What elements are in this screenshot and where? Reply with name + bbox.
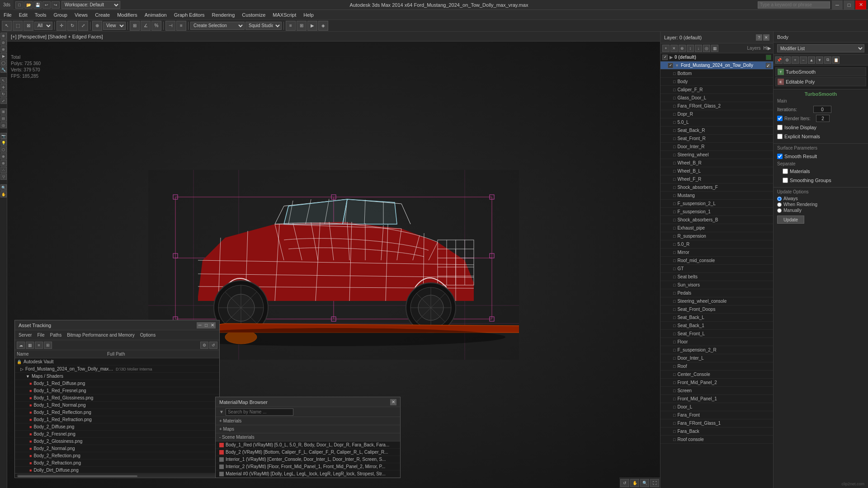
asset-menu-options[interactable]: Options — [138, 332, 157, 338]
paste-mod-icon[interactable]: 📋 — [832, 56, 840, 64]
reference-btn[interactable]: ⊕ — [92, 21, 102, 31]
move-left-btn[interactable]: ✛ — [0, 84, 7, 90]
list-item[interactable]: ■ Body_2_Refraction.png — [15, 460, 219, 467]
layer-help-btn[interactable]: ? — [756, 34, 762, 41]
align-btn[interactable]: ≡ — [176, 21, 186, 31]
orbit-btn[interactable]: ↺ — [620, 479, 629, 487]
list-item[interactable]: □ Front_Mid_Panel_1 — [660, 395, 773, 403]
always-radio[interactable] — [777, 197, 782, 201]
rotate-btn[interactable]: ↻ — [67, 21, 77, 31]
explicit-normals-checkbox[interactable] — [777, 134, 783, 139]
asset-scrollbar[interactable] — [15, 473, 219, 478]
undo-icon[interactable]: ↩ — [42, 1, 51, 9]
menu-group[interactable]: Group — [50, 10, 71, 20]
viewport-header[interactable]: [+] [Perspective] [Shaded + Edged Faces] — [7, 32, 660, 42]
list-item[interactable]: □ Mirror — [660, 249, 773, 257]
link-left-btn[interactable]: ⊞ — [0, 108, 7, 115]
list-item[interactable]: □ Seat_Front_R — [660, 135, 773, 143]
list-item[interactable]: Material #0 (VRayMtl) [Dolly, LegL, LegL… — [216, 470, 400, 478]
list-item[interactable]: □ Door_L — [660, 403, 773, 411]
unlink-left-btn[interactable]: ⊟ — [0, 115, 7, 122]
layer-check[interactable]: ✓ — [668, 63, 673, 68]
list-item[interactable]: □ Front_Mid_Panel_2 — [660, 379, 773, 387]
menu-customize[interactable]: Customize — [238, 10, 269, 20]
asset-btn-3[interactable]: ≡ — [35, 342, 43, 349]
menu-views[interactable]: Views — [71, 10, 91, 20]
materials-section[interactable]: + Materials — [216, 417, 400, 425]
layer-move-down-btn[interactable]: ↕ — [687, 45, 694, 52]
create-select[interactable]: Create Selection — [190, 22, 245, 30]
asset-menu-file[interactable]: File — [35, 332, 46, 338]
shape-left-btn[interactable]: ⬡ — [0, 146, 7, 153]
list-item[interactable]: □ Wheel_F_R — [660, 175, 773, 183]
list-item[interactable]: ■ Body_1_Red_Fresnel.png — [15, 387, 219, 394]
modifier-list-select[interactable]: Modifier List — [777, 44, 864, 52]
layer-visibility-btn[interactable]: ◎ — [703, 45, 710, 52]
list-item[interactable]: ■ Body_1_Red_Glossiness.png — [15, 394, 219, 402]
list-item[interactable]: □ F_suspension_1 — [660, 208, 773, 216]
menu-animation[interactable]: Animation — [141, 10, 170, 20]
display-left-btn[interactable]: ◯ — [0, 60, 7, 66]
list-item[interactable]: □ Roof_mid_console — [660, 257, 773, 265]
geo-left-btn[interactable]: ▽ — [0, 174, 7, 180]
asset-list[interactable]: 🔒 Autodesk Vault ▷ Ford_Mustang_2024_on_… — [15, 358, 219, 473]
material-editor-btn[interactable]: ◈ — [318, 21, 328, 31]
scale-btn[interactable]: ⤢ — [78, 21, 88, 31]
render-btn[interactable]: ▶ — [307, 21, 317, 31]
list-item[interactable]: Body_2 (VRayMtl) [Bottom, Caliper_F_L, C… — [216, 449, 400, 456]
list-item[interactable]: □ Exhaust_pipe — [660, 224, 773, 232]
list-item[interactable]: □ Door_Inter_L — [660, 354, 773, 362]
list-item[interactable]: □ Sun_visors — [660, 281, 773, 289]
render-iters-input[interactable] — [816, 115, 830, 122]
smoothing-groups-checkbox[interactable] — [783, 178, 788, 183]
menu-help[interactable]: Help — [300, 10, 317, 20]
asset-close-btn[interactable]: ✕ — [209, 322, 216, 328]
list-item[interactable]: □ R_suspension — [660, 232, 773, 240]
menu-file[interactable]: File — [0, 10, 15, 20]
asset-settings-btn[interactable]: ⚙ — [200, 342, 208, 349]
angle-snap-btn[interactable]: ∠ — [141, 21, 151, 31]
open-icon[interactable]: 📂 — [24, 1, 33, 9]
list-item[interactable]: □ 5.0_R — [660, 240, 773, 249]
rotate-left-btn[interactable]: ↻ — [0, 91, 7, 97]
minimize-btn[interactable]: ─ — [832, 0, 843, 9]
list-item[interactable]: ■ Body_1_Red_Diffuse.png — [15, 380, 219, 387]
zoom-left-btn[interactable]: 🔍 — [0, 184, 7, 191]
list-item[interactable]: □ Fara_Back — [660, 427, 773, 436]
layer-settings-btn[interactable]: ↓ — [695, 45, 702, 52]
modify-left-btn[interactable]: ⊘ — [0, 39, 7, 46]
pin-icon[interactable]: 📌 — [775, 56, 783, 64]
list-item[interactable]: □ Shock_absorbers_B — [660, 216, 773, 224]
scale-left-btn[interactable]: ⤢ — [0, 98, 7, 104]
list-item[interactable]: ■ Body_2_Reflection.png — [15, 452, 219, 460]
new-icon[interactable]: □ — [15, 1, 24, 9]
maximize-viewport-btn[interactable]: ⛶ — [650, 479, 659, 487]
manually-radio[interactable] — [777, 208, 782, 213]
create-left-btn[interactable]: ⊕ — [0, 33, 7, 39]
list-item[interactable]: □ Seat_Front_L — [660, 330, 773, 338]
maps-section[interactable]: + Maps — [216, 425, 400, 433]
layer-close-btn[interactable]: ✕ — [763, 34, 769, 41]
menu-modifiers[interactable]: Modifiers — [113, 10, 141, 20]
close-btn[interactable]: ✕ — [855, 0, 866, 9]
list-item[interactable]: □ Steering_wheel — [660, 151, 773, 159]
list-item[interactable]: 🔒 Autodesk Vault — [15, 358, 219, 366]
squid-select[interactable]: Squid Studio v — [245, 22, 282, 30]
list-item[interactable]: □ Seat_Back_1 — [660, 322, 773, 330]
list-item[interactable]: Body_1_Red (VRayMtl) [5.0_L, 5.0_R, Body… — [216, 441, 400, 449]
percent-snap-btn[interactable]: % — [151, 21, 161, 31]
layer-icon-btn[interactable]: ▦ — [711, 45, 718, 52]
utilities-left-btn[interactable]: 🔧 — [0, 66, 7, 73]
list-item[interactable]: ■ Body_2_Diffuse.png — [15, 423, 219, 431]
list-item[interactable]: □ GT — [660, 265, 773, 273]
menu-tools[interactable]: Tools — [31, 10, 50, 20]
list-item[interactable]: □ Seat_Front_Doops — [660, 305, 773, 314]
select-btn[interactable]: ↖ — [2, 21, 12, 31]
list-item[interactable]: □ Door_Inter_R — [660, 143, 773, 151]
asset-menu-server[interactable]: Server — [17, 332, 33, 338]
view-select[interactable]: View — [103, 22, 126, 30]
asset-btn-4[interactable]: ⊞ — [44, 342, 52, 349]
list-item[interactable]: □ Seat_Back_L — [660, 314, 773, 322]
iterations-input[interactable] — [813, 106, 831, 113]
bind-left-btn[interactable]: ◎ — [0, 122, 7, 128]
